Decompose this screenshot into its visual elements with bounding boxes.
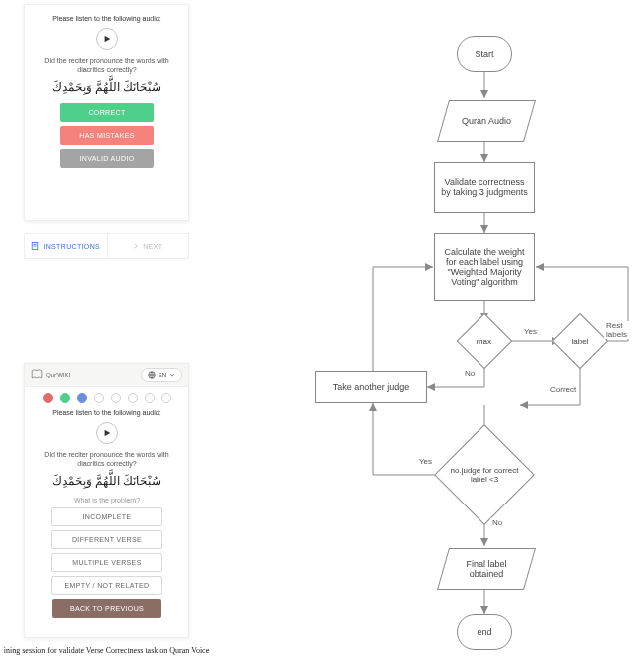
flow-weight: Calculate the weight for each label usin… <box>434 233 535 301</box>
step-dot <box>145 393 155 403</box>
option-empty-not-related[interactable]: EMPTY / NOT RELATED <box>51 576 162 595</box>
svg-marker-18 <box>480 606 488 614</box>
invalid-audio-button[interactable]: INVALID AUDIO <box>60 149 154 168</box>
edge-rest-labels: Rest labels <box>604 321 638 339</box>
svg-marker-16 <box>369 403 377 411</box>
flow-take-another-judge: Take another judge <box>315 371 427 403</box>
svg-marker-0 <box>105 36 111 42</box>
book-icon <box>31 369 43 381</box>
listen-prompt: Please listen to the following audio: <box>33 409 180 416</box>
option-different-verse[interactable]: DIFFERENT VERSE <box>51 530 162 549</box>
pronunciation-question: Did the reciter pronounce the words with… <box>33 450 180 468</box>
task-card-primary: Please listen to the following audio: Di… <box>24 4 189 221</box>
app-name: Qur'WIKI <box>46 372 70 378</box>
svg-marker-12 <box>520 401 528 409</box>
globe-icon <box>148 371 156 379</box>
document-icon <box>31 242 39 250</box>
svg-marker-11 <box>427 383 435 391</box>
step-dot <box>77 393 87 403</box>
step-dot <box>128 393 138 403</box>
play-wrap <box>33 28 180 50</box>
figure-caption: ining session for validate Verse Correct… <box>0 646 213 656</box>
step-dot <box>161 393 171 403</box>
svg-marker-15 <box>425 263 433 271</box>
svg-marker-7 <box>480 154 488 162</box>
flow-end: end <box>457 614 512 650</box>
flow-start: Start <box>457 36 512 72</box>
app-logo: Qur'WIKI <box>31 369 70 381</box>
progress-dots <box>33 393 180 403</box>
option-incomplete[interactable]: INCOMPLETE <box>51 507 162 526</box>
svg-marker-17 <box>480 538 488 546</box>
language-selector[interactable]: EN <box>141 368 182 382</box>
svg-marker-6 <box>480 90 488 98</box>
edge-max-no: No <box>463 369 477 378</box>
problem-subquestion: What is the problem? <box>33 497 180 504</box>
correct-button[interactable]: CORRECT <box>60 103 154 122</box>
chevron-right-icon <box>133 243 139 249</box>
footer-tabs: INSTRUCTIONS NEXT <box>24 233 189 259</box>
listen-prompt: Please listen to the following audio: <box>33 15 180 22</box>
task-card-expanded: Qur'WIKI EN Please listen to the followi… <box>24 363 189 638</box>
svg-marker-8 <box>480 225 488 233</box>
edge-max-yes: Yes <box>522 327 539 336</box>
play-button[interactable] <box>96 422 118 444</box>
instructions-tab[interactable]: INSTRUCTIONS <box>25 234 108 258</box>
flowchart: Start Quran Audio Validate correctness b… <box>249 0 638 672</box>
option-multiple-verses[interactable]: MULTIPLE VERSES <box>51 553 162 572</box>
back-to-previous-button[interactable]: BACK TO PREVIOUS <box>52 599 161 618</box>
play-icon <box>103 429 111 437</box>
edge-cond-yes: Yes <box>417 457 434 466</box>
edge-cond-no: No <box>490 518 504 527</box>
edge-label-correct: Correct <box>548 385 578 394</box>
play-icon <box>103 35 111 43</box>
step-dot <box>43 393 53 403</box>
play-button[interactable] <box>96 28 118 50</box>
flow-audio: Quran Audio <box>437 100 536 142</box>
svg-marker-5 <box>105 430 111 436</box>
svg-marker-14 <box>536 263 544 271</box>
flow-final: Final label obtained <box>437 548 536 590</box>
instructions-label: INSTRUCTIONS <box>43 243 100 250</box>
next-tab[interactable]: NEXT <box>108 234 189 258</box>
step-dot <box>60 393 70 403</box>
verse-text: سُبْحَانَكَ اللَّهُمَّ وَبِحَمْدِكَ <box>33 80 180 95</box>
app-topbar: Qur'WIKI EN <box>25 364 188 387</box>
flow-validate: Validate correctness by taking 3 judgmen… <box>434 162 535 213</box>
step-dot <box>94 393 104 403</box>
pronunciation-question: Did the reciter pronounce the words with… <box>33 56 180 74</box>
next-label: NEXT <box>143 243 162 250</box>
play-wrap <box>33 422 180 444</box>
chevron-down-icon <box>169 372 175 378</box>
verse-text: سُبْحَانَكَ اللَّهُمَّ وَبِحَمْدِكَ <box>33 474 180 489</box>
step-dot <box>111 393 121 403</box>
has-mistakes-button[interactable]: HAS MISTAKES <box>60 126 154 145</box>
language-code: EN <box>159 372 166 378</box>
